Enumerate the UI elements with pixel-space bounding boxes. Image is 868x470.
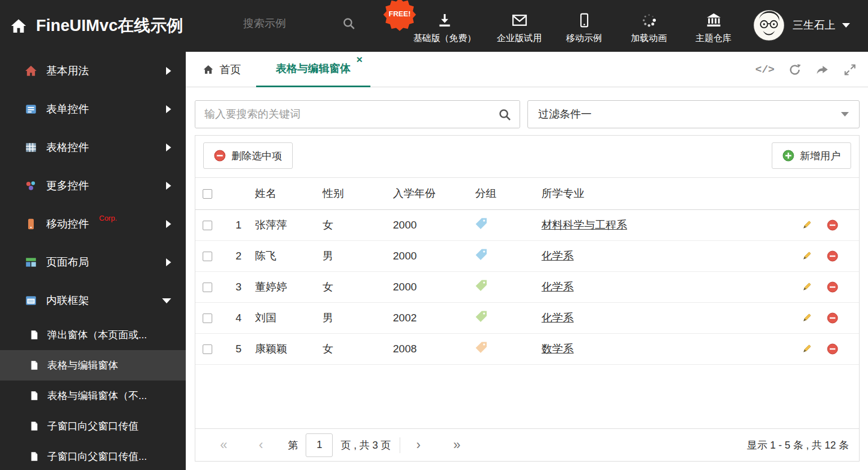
- select-all-checkbox[interactable]: [203, 189, 212, 199]
- table-row[interactable]: 2 陈飞 男 2000 化学系: [195, 240, 859, 271]
- edit-icon[interactable]: [801, 312, 812, 324]
- row-checkbox[interactable]: [203, 252, 212, 261]
- add-user-label: 新增用户: [800, 149, 840, 163]
- delete-icon[interactable]: [827, 281, 838, 293]
- edit-icon[interactable]: [801, 281, 812, 293]
- row-checkbox[interactable]: [203, 314, 212, 323]
- nav-item-loading-animation[interactable]: 加载动画: [616, 0, 681, 52]
- sidebar-subitem-grid-edit-window[interactable]: 表格与编辑窗体: [0, 350, 186, 381]
- edit-icon[interactable]: [801, 220, 812, 231]
- major-link[interactable]: 材料科学与工程系: [542, 219, 627, 231]
- first-page-button[interactable]: «: [220, 438, 227, 451]
- tag-icon: [475, 341, 487, 353]
- sidebar-subitem-child-to-parent[interactable]: 子窗口向父窗口传值: [0, 411, 186, 441]
- nav-item-enterprise-trial[interactable]: 企业版试用: [487, 0, 552, 52]
- row-checkbox[interactable]: [203, 221, 212, 230]
- header-nav: FREE! 基础版（免费） 企业版试用 移动示例 加载动画 主题仓库: [402, 0, 746, 52]
- major-link[interactable]: 化学系: [542, 250, 574, 262]
- table-row[interactable]: 1 张萍萍 女 2000 材料科学与工程系: [195, 209, 859, 240]
- filter-dropdown[interactable]: 过滤条件一: [527, 100, 860, 128]
- sidebar-item-label: 移动控件: [46, 217, 89, 231]
- grid-toolbar: 删除选中项 新增用户: [195, 136, 859, 177]
- cluster-icon: [25, 180, 37, 192]
- delete-icon[interactable]: [827, 312, 838, 324]
- sidebar-item-label: 页面布局: [46, 255, 89, 270]
- brand: FineUIMvc在线示例: [9, 15, 183, 37]
- col-major[interactable]: 所学专业: [542, 178, 798, 209]
- cell-year: 2000: [393, 240, 475, 271]
- nav-label: 基础版（免费）: [413, 33, 476, 44]
- search-icon[interactable]: [498, 108, 512, 122]
- refresh-icon[interactable]: [788, 63, 802, 77]
- user-name: 三生石上: [793, 18, 835, 33]
- app-title: FineUIMvc在线示例: [36, 15, 183, 37]
- nav-item-basic-free[interactable]: FREE! 基础版（免费）: [402, 0, 487, 52]
- sidebar-subitem-popup-window[interactable]: 弹出窗体（本页面或...: [0, 320, 186, 350]
- search-icon[interactable]: [342, 17, 356, 30]
- last-page-button[interactable]: »: [453, 438, 460, 451]
- avatar[interactable]: [753, 9, 785, 42]
- sidebar-subitem-grid-edit-window-no[interactable]: 表格与编辑窗体（不...: [0, 381, 186, 411]
- cell-year: 2000: [393, 271, 475, 302]
- delete-selected-button[interactable]: 删除选中项: [203, 142, 293, 169]
- chevron-right-icon: [166, 182, 171, 190]
- tag-icon: [475, 217, 487, 230]
- divider: [400, 437, 400, 453]
- chevron-right-icon: [166, 258, 171, 266]
- major-link[interactable]: 数学系: [542, 343, 574, 355]
- nav-label: 主题仓库: [696, 33, 732, 44]
- tab-home[interactable]: 首页: [203, 52, 241, 87]
- sidebar-subitem-child-to-parent-2[interactable]: 子窗口向父窗口传值...: [0, 441, 186, 470]
- tag-icon: [475, 248, 487, 261]
- sidebar-item-mobile-controls[interactable]: 移动控件 Corp.: [0, 205, 186, 243]
- page-input[interactable]: [306, 433, 333, 457]
- add-user-button[interactable]: 新增用户: [772, 142, 851, 169]
- chevron-right-icon: [166, 144, 171, 151]
- col-gender[interactable]: 性别: [323, 178, 393, 209]
- delete-icon[interactable]: [827, 250, 838, 262]
- delete-icon[interactable]: [827, 220, 838, 231]
- prev-page-button[interactable]: ‹: [259, 438, 263, 451]
- major-link[interactable]: 化学系: [542, 312, 574, 324]
- page-label-suffix: 页 , 共 3 页: [341, 438, 391, 452]
- sidebar-item-grid-controls[interactable]: 表格控件: [0, 128, 186, 167]
- sidebar-subitem-label: 子窗口向父窗口传值: [47, 419, 138, 433]
- chevron-right-icon: [166, 105, 171, 113]
- sidebar-item-form-controls[interactable]: 表单控件: [0, 90, 186, 128]
- sidebar-item-more-controls[interactable]: 更多控件: [0, 167, 186, 205]
- table-row[interactable]: 3 董婷婷 女 2000 化学系: [195, 271, 859, 302]
- header-search-input[interactable]: [243, 17, 328, 30]
- corp-badge: Corp.: [99, 214, 117, 222]
- sidebar-item-inline-frame[interactable]: 内联框架: [0, 281, 186, 320]
- table-row[interactable]: 4 刘国 男 2002 化学系: [195, 302, 859, 333]
- col-group[interactable]: 分组: [475, 178, 542, 209]
- cell-name: 刘国: [255, 302, 323, 333]
- user-menu[interactable]: 三生石上: [793, 18, 850, 33]
- edit-icon[interactable]: [801, 343, 812, 355]
- delete-icon[interactable]: [827, 343, 838, 355]
- free-badge: FREE!: [383, 0, 416, 31]
- edit-icon[interactable]: [801, 250, 812, 262]
- row-checkbox[interactable]: [203, 283, 212, 292]
- nav-item-theme-store[interactable]: 主题仓库: [681, 0, 746, 52]
- source-code-icon[interactable]: </>: [755, 64, 775, 76]
- next-page-button[interactable]: ›: [416, 438, 420, 451]
- cell-gender: 女: [323, 209, 393, 240]
- sidebar-item-page-layout[interactable]: 页面布局: [0, 243, 186, 281]
- tab-home-label: 首页: [220, 62, 241, 77]
- file-icon: [29, 451, 39, 462]
- sidebar-item-basic-usage[interactable]: 基本用法: [0, 52, 186, 90]
- keyword-search-input[interactable]: [195, 101, 520, 128]
- row-checkbox[interactable]: [203, 344, 212, 354]
- col-name[interactable]: 姓名: [255, 178, 323, 209]
- row-number: 1: [222, 209, 255, 240]
- sidebar-subitem-label: 子窗口向父窗口传值...: [47, 450, 147, 463]
- major-link[interactable]: 化学系: [542, 281, 574, 293]
- tab-grid-edit-window[interactable]: 表格与编辑窗体 ×: [256, 52, 370, 87]
- nav-item-mobile-demo[interactable]: 移动示例: [552, 0, 616, 52]
- share-arrow-icon[interactable]: [815, 63, 830, 77]
- expand-icon[interactable]: [843, 63, 857, 77]
- col-year[interactable]: 入学年份: [393, 178, 475, 209]
- close-icon[interactable]: ×: [356, 54, 363, 65]
- table-row[interactable]: 5 康颖颖 女 2008 数学系: [195, 333, 859, 364]
